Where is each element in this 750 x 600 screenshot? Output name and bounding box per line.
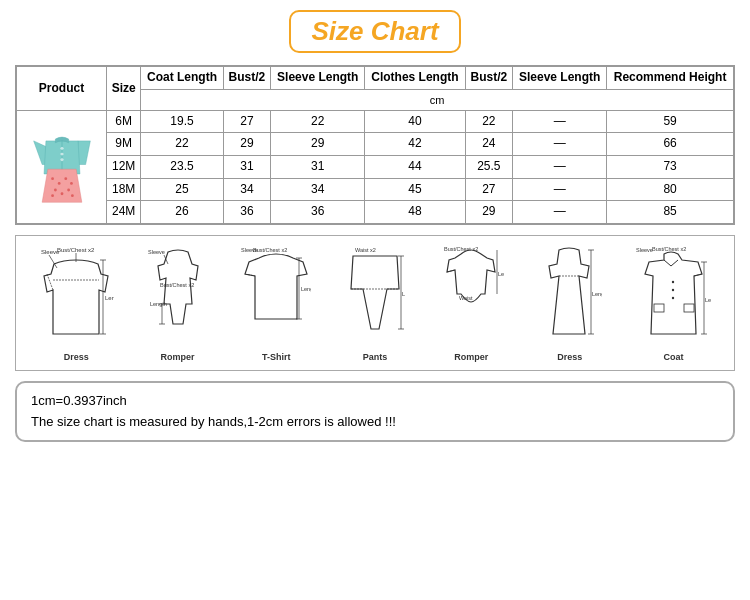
diagrams-section: Sleeve Bust/Chest x2 Length (15, 235, 735, 371)
diagram-tshirt: Sleeve Bust/Chest x2 Length T-Shirt (241, 244, 311, 362)
height-12m: 73 (607, 156, 734, 179)
bust2-2-6m: 22 (465, 110, 513, 133)
svg-text:Bust/Chest x2: Bust/Chest x2 (444, 246, 478, 252)
diagram-pants-label: Pants (363, 352, 388, 362)
col-clothes-length: Clothes Length (365, 67, 465, 90)
height-18m: 80 (607, 178, 734, 201)
sleeve2-18m: — (513, 178, 607, 201)
svg-point-59 (672, 297, 674, 299)
coat-diagram-svg: Sleeve Bust/Chest x2 (636, 244, 711, 349)
svg-text:Waist: Waist (459, 295, 473, 301)
sleeve1-12m: 31 (271, 156, 365, 179)
unit-label: cm (141, 89, 734, 110)
svg-point-8 (53, 189, 56, 192)
svg-text:Length: Length (105, 295, 114, 301)
sleeve1-18m: 34 (271, 178, 365, 201)
svg-line-64 (694, 274, 702, 276)
diagram-dress-1-label: Dress (64, 352, 89, 362)
svg-point-58 (672, 289, 674, 291)
svg-text:Bust/Chest x2: Bust/Chest x2 (57, 247, 95, 253)
romper-diagram-svg-2: Bust/Chest x2 Waist Length (439, 244, 504, 349)
clothes-length-18m: 45 (365, 178, 465, 201)
page-title: Size Chart (311, 16, 438, 46)
svg-point-10 (67, 189, 70, 192)
diagram-coat: Sleeve Bust/Chest x2 (636, 244, 711, 362)
col-sleeve-length-2: Sleeve Length (513, 67, 607, 90)
col-bust2-1: Bust/2 (223, 67, 271, 90)
product-image-cell (17, 110, 107, 223)
diagram-coat-label: Coat (664, 352, 684, 362)
svg-rect-55 (654, 304, 664, 312)
svg-point-11 (51, 194, 54, 197)
table-row: 6M 19.5 27 22 40 22 — 59 (17, 110, 734, 133)
col-size: Size (107, 67, 141, 111)
svg-point-7 (70, 182, 73, 185)
bust2-1-6m: 27 (223, 110, 271, 133)
sleeve2-6m: — (513, 110, 607, 133)
clothes-length-9m: 42 (365, 133, 465, 156)
diagram-romper-2: Bust/Chest x2 Waist Length Romper (439, 244, 504, 362)
svg-text:Length: Length (705, 297, 711, 303)
bust2-2-9m: 24 (465, 133, 513, 156)
clothes-length-12m: 44 (365, 156, 465, 179)
svg-text:Bust/Chest x2: Bust/Chest x2 (253, 247, 287, 253)
coat-length-24m: 26 (141, 201, 223, 224)
diagram-dress-2-label: Dress (557, 352, 582, 362)
bust2-1-18m: 34 (223, 178, 271, 201)
svg-text:Length: Length (301, 286, 311, 292)
sleeve1-24m: 36 (271, 201, 365, 224)
coat-length-6m: 19.5 (141, 110, 223, 133)
table-row: 12M 23.5 31 31 44 25.5 — 73 (17, 156, 734, 179)
size-24m: 24M (107, 201, 141, 224)
svg-text:Sleeve: Sleeve (148, 249, 165, 255)
bust2-1-12m: 31 (223, 156, 271, 179)
col-coat-length: Coat Length (141, 67, 223, 90)
height-6m: 59 (607, 110, 734, 133)
svg-text:Length: Length (498, 271, 504, 277)
bust2-2-24m: 29 (465, 201, 513, 224)
diagram-pants: Waist x2 Length Pants (345, 244, 405, 362)
diagram-romper-1: Sleeve Bust/Chest x2 Length Romper (148, 244, 208, 362)
table-row: 24M 26 36 36 48 29 — 85 (17, 201, 734, 224)
diagram-dress-1: Sleeve Bust/Chest x2 Length (39, 244, 114, 362)
sleeve1-9m: 29 (271, 133, 365, 156)
svg-rect-56 (684, 304, 694, 312)
diagram-tshirt-label: T-Shirt (262, 352, 291, 362)
svg-line-47 (447, 270, 455, 272)
product-image (27, 122, 97, 207)
note-line-2: The size chart is measured by hands,1-2c… (31, 412, 719, 433)
col-recommend-height: Recommend Height (607, 67, 734, 90)
sleeve2-24m: — (513, 201, 607, 224)
height-9m: 66 (607, 133, 734, 156)
svg-text:Bust/Chest x2: Bust/Chest x2 (652, 246, 686, 252)
svg-text:Sleeve: Sleeve (636, 247, 653, 253)
size-6m: 6M (107, 110, 141, 133)
bust2-2-12m: 25.5 (465, 156, 513, 179)
bust2-1-24m: 36 (223, 201, 271, 224)
note-line-1: 1cm=0.3937inch (31, 391, 719, 412)
svg-point-12 (70, 194, 73, 197)
coat-length-9m: 22 (141, 133, 223, 156)
diagram-romper-1-label: Romper (161, 352, 195, 362)
clothes-length-24m: 48 (365, 201, 465, 224)
sleeve2-12m: — (513, 156, 607, 179)
title-box: Size Chart (289, 10, 460, 53)
svg-text:Length: Length (402, 291, 405, 297)
dress-diagram-svg-2: Length (537, 244, 602, 349)
svg-line-22 (47, 274, 53, 290)
height-24m: 85 (607, 201, 734, 224)
size-12m: 12M (107, 156, 141, 179)
sleeve2-9m: — (513, 133, 607, 156)
diagram-dress-2: Length Dress (537, 244, 602, 362)
col-bust2-2: Bust/2 (465, 67, 513, 90)
sleeve1-6m: 22 (271, 110, 365, 133)
romper-diagram-svg-1: Sleeve Bust/Chest x2 Length (148, 244, 208, 349)
coat-length-12m: 23.5 (141, 156, 223, 179)
table-header-row: Product Size Coat Length Bust/2 Sleeve L… (17, 67, 734, 90)
col-sleeve-length-1: Sleeve Length (271, 67, 365, 90)
diagrams-inner: Sleeve Bust/Chest x2 Length (24, 244, 726, 362)
svg-text:Bust/Chest x2: Bust/Chest x2 (160, 282, 194, 288)
pants-diagram-svg: Waist x2 Length (345, 244, 405, 349)
bust2-1-9m: 29 (223, 133, 271, 156)
svg-point-4 (51, 177, 54, 180)
